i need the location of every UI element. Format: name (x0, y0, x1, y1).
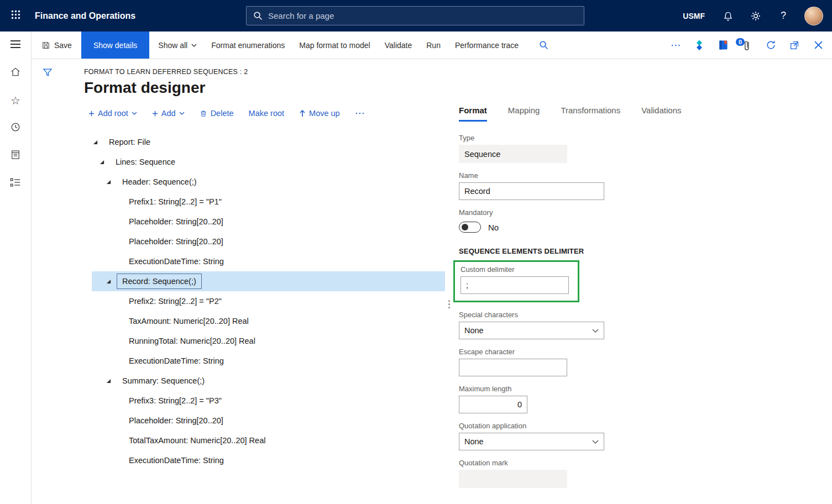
show-details-button[interactable]: Show details (81, 32, 149, 59)
chevron-down-icon (592, 440, 599, 444)
collapse-triangle-icon[interactable] (100, 160, 116, 165)
show-all-menu-button[interactable]: Show all (151, 32, 204, 59)
delete-button[interactable]: Delete (200, 109, 234, 118)
page-search-box[interactable] (246, 6, 584, 25)
tree-node[interactable]: Record: Sequence(;) (92, 271, 445, 291)
escape-character-input[interactable] (459, 359, 567, 376)
hamburger-menu-button[interactable] (0, 32, 31, 59)
tree-node-label: Lines: Sequence (116, 158, 175, 166)
tree-node-label: TotalTaxAmount: Numeric[20..20] Real (129, 436, 265, 445)
special-characters-field-group: Special characters None (459, 311, 604, 339)
settings-gear-icon[interactable] (749, 11, 762, 22)
tab-mapping[interactable]: Mapping (508, 106, 540, 122)
tree-node[interactable]: Header: Sequence(;) (92, 172, 445, 192)
task-guide-icon[interactable] (717, 40, 729, 50)
notifications-bell-icon[interactable] (721, 11, 735, 22)
tree-node[interactable]: Placeholder: String[20..20] (92, 212, 445, 232)
tree-node[interactable]: ExecutionDateTime: String (92, 450, 445, 470)
tab-transformations[interactable]: Transformations (561, 106, 620, 122)
tree-node[interactable]: TotalTaxAmount: Numeric[20..20] Real (92, 431, 445, 450)
attachments-button[interactable]: 0 (741, 39, 753, 51)
avatar[interactable] (804, 7, 823, 25)
show-details-label: Show details (93, 41, 137, 50)
navigation-list-button[interactable] (0, 170, 31, 197)
details-pane: Format Mapping Transformations Validatio… (453, 106, 832, 504)
pane-splitter[interactable] (445, 106, 453, 504)
filter-funnel-icon[interactable] (42, 67, 53, 80)
tree-node[interactable]: Prefix1: String[2..2] = "P1" (92, 192, 445, 212)
collapse-triangle-icon[interactable] (106, 379, 122, 384)
company-picker[interactable]: USMF (683, 12, 705, 20)
splitter-grip-icon (448, 300, 450, 308)
mandatory-value: No (488, 223, 499, 232)
favorites-button[interactable]: ☆ (0, 87, 31, 114)
open-in-new-window-button[interactable] (788, 40, 800, 50)
filter-column (32, 59, 64, 504)
collapse-triangle-icon[interactable] (106, 180, 122, 185)
tree-node[interactable]: RunningTotal: Numeric[20..20] Real (92, 331, 445, 351)
make-root-label: Make root (249, 109, 284, 118)
app-title[interactable]: Finance and Operations (35, 11, 135, 21)
special-characters-select[interactable]: None (459, 322, 604, 339)
add-root-button[interactable]: Add root (88, 109, 137, 118)
format-enumerations-button[interactable]: Format enumerations (204, 32, 292, 59)
tree-node[interactable]: Prefix3: String[2..2] = "P3" (92, 391, 445, 411)
validate-button[interactable]: Validate (378, 32, 420, 59)
performance-trace-label: Performance trace (455, 41, 519, 50)
recent-button[interactable] (0, 114, 31, 142)
left-navigation-rail: ☆ (0, 32, 32, 504)
name-input[interactable] (459, 182, 604, 200)
tree-toolbar-more-button[interactable]: ⋯ (355, 107, 365, 119)
tree-node[interactable]: Prefix2: String[2..2] = "P2" (92, 291, 445, 311)
tab-validations[interactable]: Validations (641, 106, 681, 122)
mandatory-toggle[interactable] (459, 222, 481, 233)
mandatory-field-group: Mandatory No (459, 208, 499, 233)
format-structure-tree: Report: FileLines: SequenceHeader: Seque… (84, 132, 445, 470)
run-button[interactable]: Run (419, 32, 448, 59)
app-launcher-button[interactable] (0, 0, 32, 32)
plus-icon (88, 111, 95, 117)
refresh-button[interactable] (765, 40, 777, 50)
search-input[interactable] (268, 11, 577, 20)
escape-character-field-group: Escape character (459, 348, 567, 376)
close-button[interactable] (812, 41, 824, 49)
quotation-application-value: None (464, 437, 484, 446)
tree-node[interactable]: ExecutionDateTime: String (92, 251, 445, 271)
arrow-up-icon (299, 109, 306, 117)
tree-node[interactable]: TaxAmount: Numeric[20..20] Real (92, 311, 445, 331)
tree-node[interactable]: Summary: Sequence(;) (92, 371, 445, 391)
add-button[interactable]: Add (152, 109, 185, 118)
tree-node[interactable]: Report: File (92, 132, 445, 152)
move-up-button[interactable]: Move up (299, 109, 340, 118)
tab-format[interactable]: Format (459, 106, 487, 122)
tree-node[interactable]: Placeholder: String[20..20] (92, 411, 445, 431)
maximum-length-input[interactable] (459, 396, 527, 413)
tree-node-label: ExecutionDateTime: String (129, 456, 224, 465)
page-title: Format designer (84, 79, 832, 97)
tree-node-label: Header: Sequence(;) (122, 177, 197, 186)
map-format-to-model-button[interactable]: Map format to model (292, 32, 377, 59)
performance-trace-button[interactable]: Performance trace (448, 32, 526, 59)
custom-delimiter-input[interactable] (461, 276, 569, 294)
collapse-triangle-icon[interactable] (93, 140, 109, 145)
tree-node[interactable]: Placeholder: String[20..20] (92, 232, 445, 251)
tree-node[interactable]: Lines: Sequence (92, 152, 445, 172)
type-label: Type (459, 134, 567, 142)
make-root-button[interactable]: Make root (249, 109, 284, 118)
save-button[interactable]: Save (32, 32, 80, 59)
designer-apps-icon[interactable] (693, 40, 705, 51)
tree-node-label: TaxAmount: Numeric[20..20] Real (129, 317, 249, 326)
forms-button[interactable] (0, 142, 31, 170)
action-pane-search-button[interactable] (530, 32, 557, 59)
home-button[interactable] (0, 59, 31, 87)
quotation-application-select[interactable]: None (459, 433, 604, 450)
help-icon[interactable]: ? (777, 10, 790, 22)
run-label: Run (426, 41, 441, 50)
waffle-icon (11, 10, 20, 22)
name-label: Name (459, 171, 604, 180)
tree-node[interactable]: ExecutionDateTime: String (92, 351, 445, 371)
chevron-down-icon (179, 112, 185, 115)
more-options-button[interactable]: ⋯ (671, 40, 682, 50)
custom-delimiter-label: Custom delimiter (461, 265, 569, 274)
tree-node-label: ExecutionDateTime: String (129, 257, 224, 266)
